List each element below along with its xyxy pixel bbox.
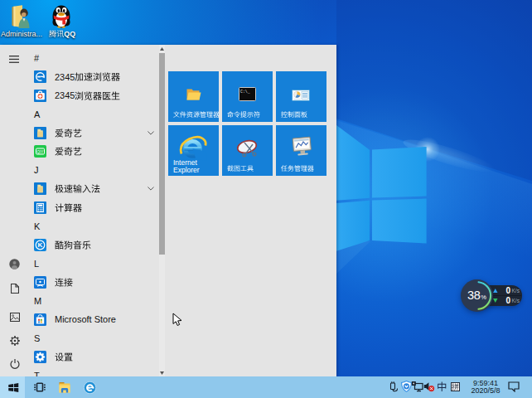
svg-text:QIY: QIY — [37, 150, 44, 154]
svg-text:K: K — [38, 241, 43, 249]
svg-text:C:\_: C:\_ — [240, 90, 250, 94]
